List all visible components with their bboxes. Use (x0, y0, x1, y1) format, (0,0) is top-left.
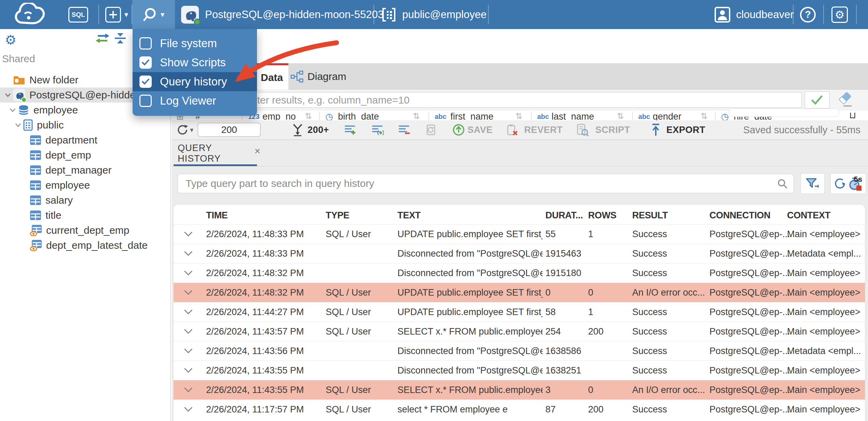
fetch-more-label[interactable]: 200+ (308, 125, 329, 135)
refresh-document-icon[interactable] (425, 124, 437, 136)
tree-item-table[interactable]: dept_manager (0, 163, 171, 178)
auto-refresh-button[interactable]: 5s (830, 173, 866, 194)
table-row[interactable]: 2/26/2024, 11:48:32 PM SQL / User UPDATE… (174, 283, 865, 302)
menu-item-query-history[interactable]: Query history (133, 72, 257, 91)
tree-item-table[interactable]: dept_emp (0, 148, 171, 163)
result-toolbar: 200+ SAVE REVERT (172, 120, 868, 140)
column-header[interactable]: CONNECTION (709, 210, 771, 221)
cell-context: Main <employee> (787, 365, 864, 376)
navigator-settings-icon[interactable] (5, 32, 16, 47)
table-row[interactable]: 2/26/2024, 11:43:55 PM SQL / User SELECT… (174, 380, 865, 399)
chevron-down-icon[interactable] (3, 93, 13, 97)
column-header[interactable]: RESULT (632, 210, 668, 221)
view-menu-trigger[interactable] (132, 0, 175, 29)
tree-item-view[interactable]: dept_emp_latest_date (0, 238, 171, 253)
tab-data[interactable]: Data (255, 63, 288, 90)
sort-icon[interactable] (617, 111, 624, 120)
query-history-search-input[interactable] (177, 174, 794, 193)
sort-icon[interactable] (305, 111, 312, 120)
expand-chevron-icon[interactable] (184, 348, 193, 355)
duplicate-row-icon[interactable] (371, 124, 384, 135)
expand-chevron-icon[interactable] (184, 407, 193, 413)
history-filter-button[interactable] (800, 173, 825, 194)
script-button[interactable]: SCRIPT (595, 125, 630, 135)
user-menu[interactable]: cloudbeaver (714, 0, 794, 29)
column-header[interactable]: last_name (552, 111, 594, 120)
expand-chevron-icon[interactable] (184, 387, 193, 394)
tree-item-table[interactable]: department (0, 133, 171, 148)
sql-editor-button[interactable]: SQL (68, 0, 88, 29)
expand-chevron-icon[interactable] (184, 309, 193, 316)
tree-item-table[interactable]: salary (0, 193, 171, 208)
cloudbeaver-logo[interactable] (10, 0, 54, 29)
column-header[interactable]: CONTEXT (787, 210, 830, 221)
sort-icon[interactable] (515, 111, 522, 120)
help-button[interactable] (800, 0, 816, 29)
column-header[interactable]: TIME (206, 210, 228, 221)
cell-time: 2/26/2024, 11:43:55 PM (206, 365, 304, 376)
table-row[interactable]: 2/26/2024, 11:44:27 PM SQL / User UPDATE… (174, 302, 865, 322)
refresh-caret-icon[interactable] (190, 126, 193, 134)
close-icon[interactable] (254, 145, 260, 157)
table-row[interactable]: 2/26/2024, 11:48:32 PM Disconnected from… (174, 263, 865, 283)
table-row[interactable]: 2/26/2024, 11:48:33 PM Disconnected from… (174, 244, 865, 263)
column-header[interactable]: ROWS (588, 210, 616, 221)
delete-row-icon[interactable] (398, 124, 410, 135)
row-limit-input[interactable] (198, 123, 261, 137)
connection-selector[interactable]: PostgreSQL@ep-hidden-moon-55203 (181, 0, 384, 29)
filter-expression-input[interactable] (178, 92, 802, 108)
chevron-down-icon[interactable] (8, 108, 18, 112)
expand-chevron-icon[interactable] (184, 290, 193, 297)
column-header[interactable]: birth_date (338, 111, 379, 120)
menu-item-show-scripts[interactable]: Show Scripts (133, 53, 257, 72)
column-header[interactable]: TEXT (397, 210, 421, 221)
menu-item-file-system[interactable]: File system (133, 34, 257, 53)
table-row[interactable]: 2/26/2024, 11:48:33 PM SQL / User UPDATE… (174, 224, 865, 244)
settings-button[interactable] (831, 0, 848, 29)
expand-chevron-icon[interactable] (184, 329, 193, 336)
table-row[interactable]: 2/26/2024, 11:17:57 PM SQL / User select… (174, 399, 865, 419)
sync-connection-icon[interactable] (95, 32, 110, 45)
tree-item-table[interactable]: title (0, 208, 171, 223)
export-button[interactable]: EXPORT (666, 125, 705, 135)
refresh-icon[interactable] (176, 124, 189, 136)
table-row[interactable]: 2/26/2024, 11:43:56 PM Disconnected from… (174, 341, 865, 361)
expand-chevron-icon[interactable] (184, 270, 193, 277)
grid-settings-icon[interactable] (849, 110, 856, 121)
save-icon[interactable] (452, 124, 465, 136)
tab-diagram[interactable]: Diagram (288, 63, 348, 90)
collapse-all-icon[interactable] (114, 32, 126, 45)
search-icon[interactable] (777, 178, 788, 191)
script-icon[interactable] (576, 123, 589, 136)
schema-selector[interactable]: public@employee (381, 0, 487, 29)
tab-query-history[interactable]: QUERY HISTORY (175, 140, 260, 166)
table-row[interactable]: 2/26/2024, 11:43:55 PM Disconnected from… (174, 361, 865, 380)
tree-item-view[interactable]: current_dept_emp (0, 223, 171, 238)
clear-filter-button[interactable] (837, 92, 853, 109)
chevron-down-icon[interactable] (13, 123, 23, 127)
menu-item-log-viewer[interactable]: Log Viewer (133, 91, 257, 110)
revert-icon[interactable] (506, 124, 518, 136)
tree-item-schema[interactable]: public (0, 118, 171, 133)
export-icon[interactable] (651, 123, 661, 136)
add-row-icon[interactable] (344, 124, 356, 135)
column-header[interactable]: gender (653, 111, 681, 120)
apply-filter-button[interactable] (804, 91, 830, 109)
tree-item-table[interactable]: employee (0, 178, 171, 193)
expand-chevron-icon[interactable] (184, 368, 193, 375)
column-header[interactable]: DURAT... (545, 210, 583, 221)
new-connection-button[interactable] (105, 0, 128, 29)
column-header[interactable]: emp_no (262, 111, 296, 120)
sort-icon[interactable] (413, 111, 420, 120)
fetch-more-icon[interactable] (292, 123, 303, 136)
revert-button[interactable]: REVERT (524, 125, 563, 135)
column-header[interactable]: TYPE (326, 210, 349, 221)
sort-icon[interactable] (701, 111, 707, 120)
table-row[interactable]: 2/26/2024, 11:43:57 PM SQL / User SELECT… (174, 322, 865, 341)
horizontal-scrollbar[interactable] (729, 109, 840, 117)
cell-result: An I/O error occ... (632, 385, 706, 395)
expand-chevron-icon[interactable] (184, 251, 193, 258)
expand-chevron-icon[interactable] (184, 231, 193, 238)
column-header[interactable]: first_name (450, 111, 493, 120)
save-button[interactable]: SAVE (467, 125, 493, 135)
